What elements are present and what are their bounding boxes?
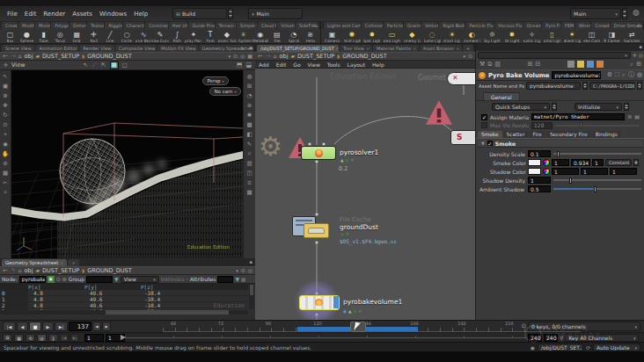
- breadcrumb-level1[interactable]: DUST_SETUP: [297, 53, 334, 60]
- toolbar-icon[interactable]: ▦: [3, 170, 8, 177]
- smoke-color-mode-stepper[interactable]: [633, 159, 639, 166]
- swatch-orange-icon[interactable]: [596, 61, 604, 68]
- swatch-yellow-icon[interactable]: [577, 61, 584, 68]
- shelf-tool[interactable]: ▦ Grid: [69, 31, 85, 43]
- bypass-flag-icon[interactable]: ●: [340, 233, 344, 237]
- target-icon[interactable]: ◎: [248, 268, 252, 273]
- pane-tab[interactable]: Geometry Spreadsheet×: [199, 45, 253, 52]
- shelf-tab[interactable]: Pyro FX: [542, 22, 560, 29]
- shelf-tab[interactable]: Model: [35, 22, 50, 29]
- smoke-color-mode[interactable]: Constant: [605, 159, 632, 166]
- playback-range-end-field[interactable]: 240: [528, 334, 542, 342]
- asset-name-stepper[interactable]: [582, 82, 588, 90]
- shelf-tab[interactable]: Cloud FX: [258, 22, 276, 29]
- shelf-tool[interactable]: ◨ VR Camera: [604, 31, 620, 43]
- network-canvas[interactable]: Education Edition Geometry ✕ S: [255, 69, 475, 320]
- toolbar-icon[interactable]: ◉: [3, 141, 8, 148]
- breadcrumb-level2[interactable]: GROUND_DUST: [87, 267, 131, 274]
- back-icon[interactable]: ←: [258, 54, 263, 60]
- node-label[interactable]: groundDust: [340, 223, 378, 231]
- shadow-color-swatch[interactable]: [528, 168, 541, 175]
- bypass-flag-icon[interactable]: ●: [345, 159, 348, 163]
- toolbar-icon[interactable]: ⊙: [3, 122, 7, 128]
- shelf-tab[interactable]: Modify: [18, 22, 34, 29]
- shelf-tab[interactable]: Oceans: [523, 22, 542, 29]
- shelf-tool[interactable]: ◫ Stereo Camera: [583, 31, 600, 43]
- menu-item[interactable]: Windows: [96, 11, 130, 18]
- shelf-tool[interactable]: ✹ GI Light: [503, 31, 520, 43]
- key-all-channels-button[interactable]: Key All Channels▾: [565, 334, 639, 342]
- global-range-start-field[interactable]: 1: [84, 334, 104, 342]
- toolbar-icon[interactable]: ▩: [246, 122, 252, 128]
- menu-item[interactable]: Layout: [344, 62, 369, 68]
- add-shelf-tab-button[interactable]: +: [312, 22, 317, 28]
- quick-setups-stepper[interactable]: [552, 103, 557, 111]
- path-dropdown-icon[interactable]: ▾: [229, 54, 231, 59]
- wrench-icon[interactable]: ⚒: [479, 62, 485, 68]
- shadow-color-b[interactable]: 1: [610, 168, 637, 175]
- menu-item[interactable]: Tools: [324, 62, 344, 68]
- panel-icon[interactable]: ▥: [494, 62, 501, 68]
- breadcrumb-root[interactable]: obj: [280, 53, 289, 60]
- path-dropdown-icon[interactable]: ▾: [463, 54, 465, 59]
- density-scale-field[interactable]: 0.1: [528, 150, 551, 157]
- shelf-tab[interactable]: Texture: [87, 22, 104, 29]
- expand-icon[interactable]: ⛶: [615, 72, 619, 78]
- select-arrow-icon[interactable]: ↖: [84, 62, 89, 69]
- pane-tab[interactable]: Animation Editor×: [35, 45, 78, 52]
- loop-mode-button[interactable]: ⟲: [26, 334, 35, 342]
- shelf-tool[interactable]: ◌ Volume Light: [424, 31, 441, 43]
- forward-icon[interactable]: →: [11, 54, 16, 60]
- node-label[interactable]: pyrosolver1: [340, 148, 378, 156]
- flag-icon[interactable]: ▲: [348, 310, 351, 315]
- shadow-color-r[interactable]: 1: [552, 168, 579, 175]
- grid-icon[interactable]: ▦: [247, 54, 252, 59]
- shelf-tab[interactable]: Grains: [404, 22, 421, 29]
- shelf-tab[interactable]: Wires: [575, 22, 590, 29]
- shelf-tool[interactable]: ✎ Draw Curve: [152, 31, 169, 43]
- asset-path-selector[interactable]: C:/PROGRA~1/SIDEEF~1/HOUDI...: [589, 82, 635, 90]
- flag-icon[interactable]: ▲: [340, 159, 343, 163]
- current-node-selector[interactable]: /obj/DUST_SET...▾: [538, 344, 583, 351]
- assign-material-field[interactable]: matnet/Pyro_Shader: [531, 113, 625, 120]
- ambient-shadow-slider[interactable]: [553, 188, 641, 190]
- view-mode-icon[interactable]: ✛: [4, 62, 8, 68]
- view-selector[interactable]: View▾: [121, 276, 159, 283]
- max-res-field[interactable]: 128: [531, 122, 553, 129]
- toolbar-icon[interactable]: ◔: [247, 93, 252, 99]
- shelf-tool[interactable]: ☀ Distant Light: [443, 31, 460, 43]
- viewport[interactable]: Persp▾ No cam▾ Education Edition: [11, 70, 243, 258]
- add-icon[interactable]: ⊞: [636, 62, 641, 68]
- toolbar-icon[interactable]: ↖: [3, 74, 7, 80]
- toolbar-icon[interactable]: ⌑: [248, 151, 251, 157]
- shelf-tool[interactable]: ◉ Metaball: [252, 31, 268, 43]
- shelf-tool[interactable]: ● Sphere: [18, 31, 35, 43]
- toolbar-icon[interactable]: ▦: [246, 190, 252, 196]
- help-icon[interactable]: ◍: [637, 72, 642, 78]
- shelf-tool[interactable]: ✛ Null: [85, 31, 102, 43]
- filter-icon[interactable]: ▼: [114, 277, 119, 282]
- layout-split-icon[interactable]: ⊟: [535, 62, 540, 68]
- shelf-tool[interactable]: ∫ Path: [169, 31, 186, 43]
- color-wheel-icon[interactable]: [543, 159, 550, 166]
- shelf-tab[interactable]: Crowds: [591, 22, 609, 29]
- max-res-checkbox[interactable]: [481, 122, 487, 128]
- menu-item[interactable]: Go: [289, 62, 304, 68]
- pin-icon[interactable]: ⊙: [241, 268, 245, 273]
- initialize-button[interactable]: Initialize▾: [574, 103, 622, 111]
- collapse-icon[interactable]: ▼: [481, 141, 485, 146]
- shelf-tool[interactable]: ⇄ Switcher: [624, 31, 640, 43]
- shelf-tool[interactable]: ▮ Tube: [35, 31, 52, 43]
- shelf-tool[interactable]: ✸ Spot Light: [363, 31, 380, 43]
- bypass-flag-icon[interactable]: ●: [353, 310, 356, 315]
- shelf-tab[interactable]: Constraints: [145, 22, 167, 29]
- shelf-tab[interactable]: Simple FX: [237, 22, 257, 29]
- menu-item[interactable]: Help: [369, 62, 388, 68]
- shelf-tool[interactable]: T Font: [201, 31, 218, 43]
- snap-grid-icon[interactable]: ▦: [110, 62, 119, 69]
- op-picker-icon[interactable]: ⊚: [627, 114, 632, 119]
- brush-icon[interactable]: ⇱: [101, 62, 106, 69]
- shelf-tab[interactable]: Lights and Cameras: [324, 22, 361, 29]
- pin-icon[interactable]: ✛: [633, 53, 637, 58]
- layout-icon[interactable]: ⊞: [527, 62, 532, 68]
